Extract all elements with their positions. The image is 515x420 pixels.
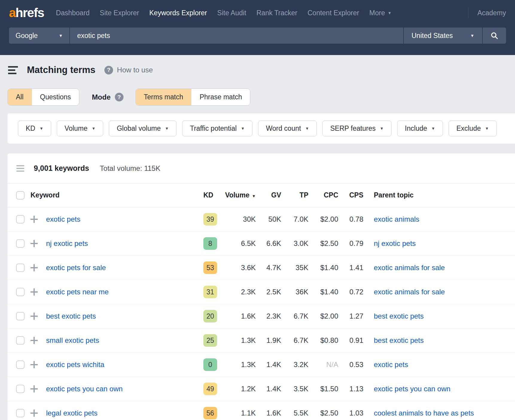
keyword-link[interactable]: exotic pets near me	[46, 288, 109, 296]
row-checkbox[interactable]	[16, 385, 25, 393]
gv-value: 6.6K	[256, 239, 281, 248]
cpc-value: $2.50	[308, 239, 338, 248]
parent-topic-link[interactable]: coolest animals to have as pets	[374, 409, 474, 417]
row-checkbox[interactable]	[16, 288, 25, 296]
list-options-icon[interactable]	[16, 165, 24, 172]
row-checkbox[interactable]	[16, 239, 25, 248]
ahrefs-logo[interactable]: ahrefs	[9, 6, 44, 20]
filter-volume[interactable]: Volume▼	[57, 121, 103, 136]
keyword-link[interactable]: exotic pets for sale	[46, 264, 106, 272]
keyword-link[interactable]: exotic pets you can own	[46, 385, 123, 393]
add-to-list-icon[interactable]	[31, 216, 38, 223]
nav-item-more[interactable]: More▼	[369, 9, 391, 17]
nav-item-rank-tracker[interactable]: Rank Tracker	[256, 9, 297, 17]
nav-item-site-explorer[interactable]: Site Explorer	[100, 9, 139, 17]
filter-include[interactable]: Include▼	[397, 121, 443, 136]
nav-item-academy[interactable]: Academy	[477, 9, 506, 17]
top-navigation: ahrefs DashboardSite ExplorerKeywords Ex…	[0, 0, 515, 55]
row-checkbox[interactable]	[16, 409, 25, 417]
parent-topic-link[interactable]: exotic animals for sale	[374, 288, 445, 296]
nav-item-dashboard[interactable]: Dashboard	[56, 9, 90, 17]
cps-value: 1.03	[338, 409, 363, 417]
add-to-list-icon[interactable]	[31, 337, 38, 344]
filter-exclude[interactable]: Exclude▼	[449, 121, 497, 136]
gv-value: 2.3K	[256, 312, 281, 320]
add-to-list-icon[interactable]	[31, 288, 38, 296]
add-to-list-icon[interactable]	[31, 240, 38, 247]
filter-serp-features[interactable]: SERP features▼	[322, 121, 391, 136]
keyword-link[interactable]: exotic pets	[46, 215, 80, 223]
nav-item-site-audit[interactable]: Site Audit	[217, 9, 246, 17]
scope-tab-all[interactable]: All	[8, 89, 32, 105]
table-row: exotic pets you can own 49 1.2K 1.4K 3.5…	[7, 377, 515, 401]
table-row: exotic pets for sale 53 3.6K 4.7K 35K $1…	[7, 256, 515, 280]
kd-badge: 39	[203, 213, 217, 226]
how-to-use-link[interactable]: How to use	[117, 66, 153, 74]
parent-topic-link[interactable]: nj exotic pets	[374, 239, 416, 247]
volume-value: 3.6K	[217, 264, 256, 272]
parent-topic-link[interactable]: exotic animals	[374, 215, 419, 223]
gv-value: 50K	[256, 215, 281, 223]
mode-tab-terms-match[interactable]: Terms match	[136, 89, 191, 105]
volume-value: 6.5K	[217, 239, 256, 248]
filter-global-volume[interactable]: Global volume▼	[109, 121, 176, 136]
row-checkbox[interactable]	[16, 312, 25, 320]
column-header-cps[interactable]: CPS	[338, 191, 363, 199]
add-to-list-icon[interactable]	[31, 313, 38, 320]
country-select[interactable]: United States ▼	[404, 28, 482, 44]
chevron-down-icon: ▼	[241, 126, 245, 131]
cps-value: 0.79	[338, 239, 363, 248]
keyword-link[interactable]: legal exotic pets	[46, 409, 97, 417]
column-header-tp[interactable]: TP	[281, 191, 308, 199]
parent-topic-link[interactable]: best exotic pets	[374, 336, 424, 344]
add-to-list-icon[interactable]	[31, 410, 38, 417]
parent-topic-link[interactable]: best exotic pets	[374, 312, 424, 320]
search-button[interactable]	[483, 28, 506, 44]
row-checkbox[interactable]	[16, 264, 25, 272]
scope-segmented-control: AllQuestions	[7, 89, 79, 106]
table-row: exotic pets near me 31 2.3K 2.5K 36K $1.…	[7, 280, 515, 304]
help-question-icon[interactable]: ?	[104, 66, 113, 74]
parent-topic-link[interactable]: exotic pets you can own	[374, 385, 450, 393]
table-header-row: Keyword KD Volume▼ GV TP CPC CPS Parent …	[7, 183, 515, 207]
add-to-list-icon[interactable]	[31, 385, 38, 392]
filter-kd[interactable]: KD▼	[18, 121, 51, 136]
column-header-cpc[interactable]: CPC	[308, 191, 338, 199]
nav-item-keywords-explorer[interactable]: Keywords Explorer	[149, 9, 207, 17]
reports-menu-icon[interactable]	[8, 66, 18, 74]
row-checkbox[interactable]	[16, 360, 25, 369]
filter-word-count[interactable]: Word count▼	[258, 121, 317, 136]
table-row: exotic pets 39 30K 50K 7.0K $2.00 0.78 e…	[7, 207, 515, 232]
column-header-volume[interactable]: Volume▼	[217, 191, 256, 199]
page-title: Matching terms	[27, 65, 95, 75]
column-header-kd[interactable]: KD	[203, 191, 217, 199]
search-engine-select[interactable]: Google ▼	[9, 28, 69, 44]
gv-value: 1.4K	[256, 385, 281, 393]
tp-value: 36K	[281, 288, 308, 296]
column-header-gv[interactable]: GV	[256, 191, 281, 199]
keyword-link[interactable]: exotic pets wichita	[46, 360, 104, 369]
keyword-query-input[interactable]	[70, 28, 403, 44]
nav-item-content-explorer[interactable]: Content Explorer	[307, 9, 359, 17]
cps-value: 0.91	[338, 336, 363, 345]
chevron-down-icon: ▼	[165, 126, 169, 131]
filter-traffic-potential[interactable]: Traffic potential▼	[182, 121, 252, 136]
mode-help-icon[interactable]: ?	[115, 93, 124, 101]
column-header-keyword[interactable]: Keyword	[31, 191, 203, 199]
add-to-list-icon[interactable]	[31, 361, 38, 368]
select-all-checkbox[interactable]	[16, 191, 25, 200]
cps-value: 0.72	[338, 288, 363, 296]
row-checkbox[interactable]	[16, 336, 25, 345]
row-checkbox[interactable]	[16, 215, 25, 223]
tp-value: 6.7K	[281, 336, 308, 345]
scope-tab-questions[interactable]: Questions	[32, 89, 79, 105]
column-header-parent-topic[interactable]: Parent topic	[363, 191, 515, 199]
keyword-link[interactable]: small exotic pets	[46, 336, 99, 344]
keyword-link[interactable]: nj exotic pets	[46, 239, 88, 247]
parent-topic-link[interactable]: exotic pets	[374, 360, 408, 369]
kd-badge: 20	[203, 310, 217, 322]
parent-topic-link[interactable]: exotic animals for sale	[374, 264, 445, 272]
keyword-link[interactable]: best exotic pets	[46, 312, 96, 320]
add-to-list-icon[interactable]	[31, 264, 38, 271]
mode-tab-phrase-match[interactable]: Phrase match	[191, 89, 250, 105]
